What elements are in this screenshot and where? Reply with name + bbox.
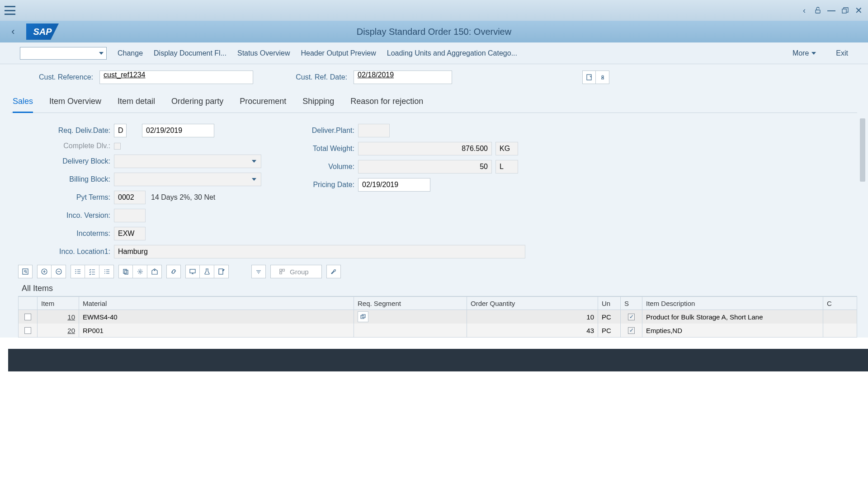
popup-icon[interactable] bbox=[358, 311, 368, 322]
chevron-down-icon bbox=[99, 52, 104, 55]
qty-cell[interactable]: 43 bbox=[467, 324, 598, 337]
header-last[interactable]: C bbox=[823, 297, 857, 310]
sap-logo: SAP bbox=[26, 23, 59, 40]
tab-item-overview[interactable]: Item Overview bbox=[49, 92, 101, 113]
header-segment[interactable]: Req. Segment bbox=[354, 297, 467, 310]
content-area: Cust. Reference: cust_ref1234 Cust. Ref.… bbox=[0, 64, 868, 338]
qty-cell[interactable]: 10 bbox=[467, 310, 598, 324]
remove-icon[interactable] bbox=[52, 265, 66, 278]
indent-icon[interactable] bbox=[71, 265, 85, 278]
deliver-plant-input[interactable] bbox=[358, 124, 390, 137]
material-cell[interactable]: RP001 bbox=[79, 324, 354, 337]
header-select[interactable] bbox=[18, 297, 37, 310]
tab-reason-rejection[interactable]: Reason for rejection bbox=[350, 92, 423, 113]
window-back-icon[interactable]: ‹ bbox=[799, 5, 809, 15]
cust-reference-input[interactable]: cust_ref1234 bbox=[99, 70, 253, 84]
header-material[interactable]: Material bbox=[79, 297, 354, 310]
req-deliv-date-input[interactable]: 02/19/2019 bbox=[142, 124, 214, 137]
pyt-terms-desc: 14 Days 2%, 30 Net bbox=[151, 193, 215, 202]
billing-block-dropdown[interactable] bbox=[114, 173, 261, 186]
item-number[interactable]: 10 bbox=[67, 313, 75, 321]
tab-ordering-party[interactable]: Ordering party bbox=[171, 92, 223, 113]
svg-point-9 bbox=[139, 271, 141, 272]
table-row[interactable]: 20 RP001 43 PC Empties,ND bbox=[18, 324, 857, 337]
total-weight-value[interactable]: 876.500 bbox=[358, 142, 492, 155]
req-deliv-code[interactable]: D bbox=[114, 124, 127, 137]
link-icon[interactable] bbox=[166, 265, 181, 278]
action-exit[interactable]: Exit bbox=[836, 49, 848, 57]
header-description[interactable]: Item Description bbox=[642, 297, 823, 310]
tab-shipping[interactable]: Shipping bbox=[302, 92, 334, 113]
stamp-icon[interactable] bbox=[596, 70, 609, 84]
detail-icon[interactable] bbox=[18, 265, 33, 278]
wrench-icon[interactable] bbox=[326, 265, 341, 278]
header-unit[interactable]: Un bbox=[598, 297, 620, 310]
last-cell bbox=[823, 310, 857, 324]
row-checkbox[interactable] bbox=[24, 314, 31, 320]
window-restore-icon[interactable] bbox=[840, 5, 850, 15]
action-header-output[interactable]: Header Output Preview bbox=[301, 49, 376, 57]
display-icon[interactable] bbox=[185, 265, 200, 278]
complete-dlv-label: Complete Dlv.: bbox=[38, 142, 110, 150]
pyt-terms-label: Pyt Terms: bbox=[38, 193, 110, 202]
svg-point-10 bbox=[154, 270, 155, 271]
inco-version-input[interactable] bbox=[114, 209, 146, 222]
hamburger-menu-icon[interactable] bbox=[5, 6, 15, 15]
cust-icon-group bbox=[582, 70, 609, 84]
action-change[interactable]: Change bbox=[118, 49, 143, 57]
row-checkbox[interactable] bbox=[24, 327, 31, 334]
pricing-date-input[interactable]: 02/19/2019 bbox=[358, 178, 430, 192]
action-document-flow[interactable]: Display Document Fl... bbox=[154, 49, 226, 57]
document-icon[interactable] bbox=[582, 70, 596, 84]
window-minimize-icon[interactable]: — bbox=[826, 5, 836, 15]
settings-icon[interactable] bbox=[133, 265, 147, 278]
group-label: Group bbox=[290, 268, 309, 276]
action-status-overview[interactable]: Status Overview bbox=[237, 49, 290, 57]
action-more[interactable]: More bbox=[793, 49, 816, 57]
group-button[interactable]: Group bbox=[270, 265, 322, 278]
volume-value[interactable]: 50 bbox=[358, 160, 492, 174]
checklist-icon[interactable] bbox=[85, 265, 99, 278]
segment-cell[interactable] bbox=[354, 324, 467, 337]
s-checkbox[interactable] bbox=[628, 314, 635, 320]
svg-rect-13 bbox=[280, 269, 282, 271]
back-button[interactable]: ‹ bbox=[0, 21, 26, 42]
tag-icon[interactable] bbox=[147, 265, 162, 278]
delivery-block-dropdown[interactable] bbox=[114, 155, 261, 168]
unit-cell: PC bbox=[598, 324, 620, 337]
more-label: More bbox=[793, 49, 809, 57]
svg-rect-0 bbox=[816, 10, 820, 13]
inco-location-input[interactable]: Hamburg bbox=[114, 245, 525, 258]
delivery-block-label: Delivery Block: bbox=[38, 157, 110, 165]
s-checkbox[interactable] bbox=[628, 327, 635, 334]
item-number[interactable]: 20 bbox=[67, 327, 75, 334]
segment-cell[interactable] bbox=[354, 310, 467, 324]
action-loading-units[interactable]: Loading Units and Aggregation Catego... bbox=[387, 49, 517, 57]
chevron-down-icon bbox=[252, 160, 256, 163]
window-title-bar: ‹ — ✕ bbox=[0, 0, 868, 21]
window-lock-icon[interactable] bbox=[813, 5, 823, 15]
table-row[interactable]: 10 EWMS4-40 10 PC Product for Bulk Stora… bbox=[18, 310, 857, 324]
header-bar: ‹ SAP Display Standard Order 150: Overvi… bbox=[0, 21, 868, 42]
pyt-terms-code[interactable]: 0002 bbox=[114, 191, 146, 204]
complete-dlv-checkbox[interactable] bbox=[114, 143, 121, 150]
total-weight-unit: KG bbox=[495, 142, 518, 155]
tab-item-detail[interactable]: Item detail bbox=[118, 92, 155, 113]
material-cell[interactable]: EWMS4-40 bbox=[79, 310, 354, 324]
lab-icon[interactable] bbox=[200, 265, 214, 278]
edit-icon[interactable] bbox=[214, 265, 229, 278]
header-s[interactable]: S bbox=[620, 297, 642, 310]
tab-sales[interactable]: Sales bbox=[13, 92, 33, 113]
add-icon[interactable] bbox=[37, 265, 52, 278]
header-quantity[interactable]: Order Quantity bbox=[467, 297, 598, 310]
cust-ref-date-input[interactable]: 02/18/2019 bbox=[354, 70, 452, 84]
sort-icon[interactable] bbox=[251, 265, 266, 278]
scrollbar-thumb[interactable] bbox=[860, 118, 865, 182]
window-close-icon[interactable]: ✕ bbox=[854, 5, 863, 15]
copy-icon[interactable] bbox=[118, 265, 133, 278]
header-item[interactable]: Item bbox=[37, 297, 79, 310]
list-icon[interactable] bbox=[99, 265, 114, 278]
incoterms-input[interactable]: EXW bbox=[114, 227, 146, 240]
tab-procurement[interactable]: Procurement bbox=[240, 92, 286, 113]
action-dropdown[interactable] bbox=[20, 47, 107, 60]
